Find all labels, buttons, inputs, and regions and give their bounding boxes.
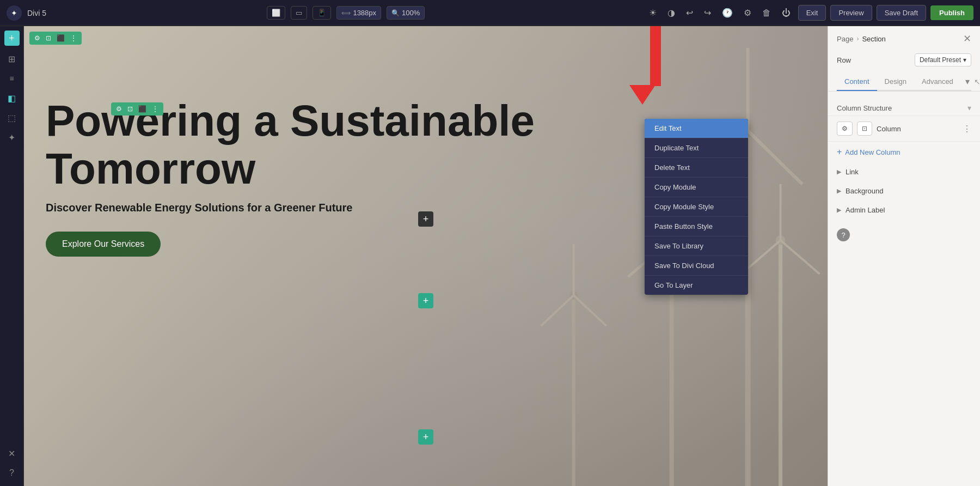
topbar: ✦ Divi 5 ⬜ ▭ 📱 ⟺ 1388px 🔍 100% ☀ ◑ ↩ ↪ 🕐… [0, 0, 980, 26]
column-structure-label: Column Structure [837, 104, 892, 112]
preview-button[interactable]: Preview [830, 5, 872, 21]
shapes-sidebar-icon[interactable]: ✦ [3, 129, 21, 146]
breadcrumb: Page › Section ✕ [837, 33, 971, 45]
column-more-btn[interactable]: ⋮ [963, 124, 971, 134]
topbar-left: ✦ Divi 5 [7, 5, 46, 21]
mobile-view-btn[interactable]: 📱 [313, 6, 331, 20]
background-section-header[interactable]: ▶ Background [828, 181, 980, 201]
desktop-view-btn[interactable]: ⬜ [267, 6, 285, 20]
tablet-view-btn[interactable]: ▭ [291, 6, 307, 20]
module-toolbar-outer: ⚙ ⊡ ⬛ ⋮ [111, 102, 163, 118]
context-menu-copy-module[interactable]: Copy Module [645, 178, 748, 197]
context-menu-edit-text[interactable]: Edit Text [645, 119, 748, 138]
row-preset-selector[interactable]: Default Preset ▾ [915, 53, 971, 66]
exit-button[interactable]: Exit [798, 5, 826, 21]
moon-icon-btn[interactable]: ◑ [664, 5, 678, 20]
svg-line-13 [541, 295, 573, 326]
column-structure-section: Column Structure ▾ [828, 98, 980, 116]
cursor-indicator: ↖ [974, 77, 980, 86]
add-column-plus-icon: + [837, 147, 842, 157]
background-section-title: Background [846, 187, 883, 195]
module-settings-btn[interactable]: ⚙ [114, 104, 124, 114]
context-menu-duplicate-text[interactable]: Duplicate Text [645, 138, 748, 158]
menu-sidebar-icon[interactable]: ≡ [3, 70, 21, 87]
admin-label-arrow-icon: ▶ [837, 206, 841, 214]
sun-icon-btn[interactable]: ☀ [646, 5, 660, 20]
link-section-header[interactable]: ▶ Link [828, 162, 980, 181]
svg-line-9 [748, 131, 802, 184]
add-column-label: Add New Column [845, 148, 900, 156]
save-draft-button[interactable]: Save Draft [877, 5, 926, 21]
column-row: ⚙ ⊡ Column ⋮ [828, 116, 980, 142]
row-label: Row [837, 56, 851, 64]
context-menu-save-to-library[interactable]: Save To Library [645, 236, 748, 256]
left-sidebar: + ⊞ ≡ ◧ ⬚ ✦ ✕ ? [0, 26, 24, 486]
panel-tabs: Content Design Advanced ▾ ↖ [837, 73, 971, 91]
breadcrumb-section[interactable]: Section [862, 35, 885, 43]
link-arrow-icon: ▶ [837, 168, 841, 175]
context-menu-paste-button-style[interactable]: Paste Button Style [645, 217, 748, 236]
settings-btn[interactable]: ⚙ [740, 5, 755, 20]
right-panel: Page › Section ✕ Row Default Preset ▾ Co… [828, 26, 980, 486]
column-label: Column [877, 125, 958, 133]
section-more-btn[interactable]: ⋮ [68, 33, 79, 43]
svg-line-14 [573, 295, 606, 326]
layers-sidebar-icon[interactable]: ◧ [3, 89, 21, 107]
column-copy-btn[interactable]: ⊡ [857, 122, 872, 136]
undo-btn[interactable]: ↩ [683, 5, 696, 20]
publish-button[interactable]: Publish [930, 5, 973, 20]
context-menu-save-to-divi-cloud[interactable]: Save To Divi Cloud [645, 256, 748, 276]
link-section-title: Link [846, 168, 859, 176]
breadcrumb-page[interactable]: Page [837, 35, 853, 43]
module-more-btn[interactable]: ⋮ [150, 104, 161, 114]
power-btn[interactable]: ⏻ [779, 6, 794, 20]
layout-sidebar-icon[interactable]: ⊞ [3, 50, 21, 68]
width-value: 1388px [353, 9, 376, 17]
admin-label-section-title: Admin Label [846, 206, 885, 214]
section-copy-btn[interactable]: ⊡ [44, 33, 53, 43]
help-sidebar-icon[interactable]: ? [3, 464, 21, 482]
add-column-btn[interactable]: + Add New Column [828, 142, 980, 162]
module-layout-btn[interactable]: ⬛ [136, 104, 149, 114]
cta-button[interactable]: Explore Our Services [46, 232, 161, 257]
zoom-value: 100% [402, 9, 420, 17]
module-copy-btn[interactable]: ⊡ [125, 104, 135, 114]
section-module-toolbar: ⚙ ⊡ ⬛ ⋮ [29, 32, 82, 45]
tab-design[interactable]: Design [877, 73, 914, 91]
help-button[interactable]: ? [837, 228, 850, 241]
media-sidebar-icon[interactable]: ⬚ [3, 109, 21, 126]
panel-row-line: Row Default Preset ▾ [837, 50, 971, 71]
column-settings-btn[interactable]: ⚙ [837, 122, 853, 136]
tab-more-btn[interactable]: ▾ [961, 74, 974, 89]
red-arrow-indicator [639, 26, 672, 124]
zoom-control[interactable]: 🔍 100% [387, 6, 425, 20]
section-settings-btn[interactable]: ⚙ [32, 33, 42, 43]
hero-heading-line2: Tomorrow [46, 144, 255, 193]
width-control[interactable]: ⟺ 1388px [336, 6, 381, 20]
background-arrow-icon: ▶ [837, 187, 841, 195]
context-menu-go-to-layer[interactable]: Go To Layer [645, 276, 748, 295]
context-menu-copy-module-style[interactable]: Copy Module Style [645, 197, 748, 217]
tab-advanced[interactable]: Advanced [914, 73, 961, 91]
context-menu: Edit Text Duplicate Text Delete Text Cop… [645, 119, 748, 295]
svg-line-19 [780, 240, 819, 274]
add-element-btn[interactable]: + [4, 31, 20, 46]
context-menu-delete-text[interactable]: Delete Text [645, 158, 748, 178]
column-structure-arrow: ▾ [967, 104, 971, 112]
tab-content[interactable]: Content [837, 73, 877, 91]
panel-header: Page › Section ✕ Row Default Preset ▾ Co… [828, 26, 980, 92]
breadcrumb-separator: › [856, 35, 859, 42]
history-btn[interactable]: 🕐 [719, 5, 736, 20]
column-structure-header: Column Structure ▾ [837, 104, 971, 112]
canvas-area: ⚙ ⊡ ⬛ ⋮ ⚙ ⊡ ⬛ ⋮ Powering a [24, 26, 828, 486]
redo-btn[interactable]: ↪ [701, 5, 714, 20]
tools-sidebar-icon[interactable]: ✕ [3, 445, 21, 462]
section-layout-btn[interactable]: ⬛ [54, 33, 67, 43]
panel-body: Column Structure ▾ ⚙ ⊡ Column ⋮ + Add Ne… [828, 92, 980, 486]
row-preset-value: Default Preset [920, 56, 961, 64]
admin-label-section-header[interactable]: ▶ Admin Label [828, 201, 980, 220]
trash-btn[interactable]: 🗑 [759, 6, 774, 20]
row-toolbar: ⚙ ⊡ ⬛ ⋮ [29, 32, 82, 49]
topbar-center: ⬜ ▭ 📱 ⟺ 1388px 🔍 100% [267, 6, 425, 20]
panel-close-btn[interactable]: ✕ [963, 33, 971, 45]
